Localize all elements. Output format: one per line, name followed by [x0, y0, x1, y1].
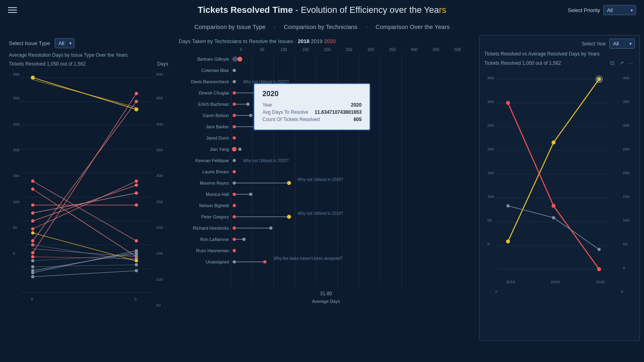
svg-text:200: 200: [156, 225, 163, 230]
svg-text:Laurie Bream: Laurie Bream: [202, 169, 229, 174]
svg-line-41: [33, 245, 136, 261]
svg-point-64: [135, 92, 138, 95]
issue-type-select-wrapper[interactable]: All: [55, 38, 74, 48]
svg-text:Keenan Feldspar: Keenan Feldspar: [195, 158, 229, 163]
svg-point-157: [263, 260, 266, 263]
mid-chart-header: Days Taken by Technicians to Resolve the…: [179, 38, 473, 44]
svg-line-45: [33, 80, 136, 107]
svg-point-108: [246, 103, 250, 106]
nav-sep-1: -: [274, 23, 276, 30]
right-stats-text: Tickets Resolved 1,050 out of 1,562: [484, 60, 561, 66]
svg-point-74: [135, 249, 138, 253]
filter-button[interactable]: ⊡: [609, 59, 616, 67]
svg-line-29: [33, 101, 136, 241]
svg-text:350: 350: [623, 99, 630, 104]
page-title: Tickets Resolved Time - Evolution of Eff…: [198, 5, 446, 15]
svg-text:Erlich Bachman: Erlich Bachman: [198, 102, 229, 107]
svg-text:100: 100: [487, 194, 494, 199]
more-button[interactable]: ···: [627, 59, 635, 67]
svg-point-51: [31, 219, 34, 222]
svg-text:0: 0: [623, 265, 625, 270]
year-select-wrapper[interactable]: All 2018 2019 2020: [609, 39, 635, 49]
svg-line-39: [33, 251, 136, 273]
svg-point-50: [31, 179, 34, 183]
priority-select-wrapper[interactable]: All High Medium Low: [603, 5, 636, 15]
svg-point-112: [249, 114, 252, 117]
svg-text:50: 50: [623, 242, 627, 246]
priority-select[interactable]: All High Medium Low: [603, 5, 636, 15]
svg-point-191: [506, 204, 510, 208]
title-text1: Tickets Resolved Time: [198, 5, 293, 15]
svg-point-147: [269, 226, 272, 230]
svg-text:300: 300: [13, 96, 20, 100]
svg-point-106: [233, 103, 236, 106]
svg-text:Ron Laflamme: Ron Laflamme: [200, 237, 229, 242]
svg-point-140: [233, 215, 236, 218]
tooltip-value-count: 605: [353, 117, 361, 122]
svg-point-134: [233, 193, 236, 196]
svg-text:200: 200: [487, 147, 494, 151]
svg-text:Russ Hanneman: Russ Hanneman: [196, 248, 229, 253]
main-content: Select Issue Type All Average Resolution…: [0, 35, 644, 341]
mid-header-text: Days Taken by Technicians to Resolve the…: [179, 38, 298, 44]
left-slope-chart: 350 300 250 200 150 100 50 0 500 450 400…: [9, 68, 168, 318]
svg-point-153: [233, 249, 236, 252]
svg-text:100: 100: [156, 277, 163, 282]
export-button[interactable]: ↗: [618, 59, 625, 67]
mid-year-2020: 2020: [324, 38, 336, 44]
svg-point-80: [135, 259, 138, 262]
svg-point-110: [233, 114, 236, 117]
svg-point-185: [506, 239, 510, 243]
svg-text:0: 0: [487, 242, 490, 246]
svg-text:2018: 2018: [506, 280, 515, 284]
svg-point-186: [551, 140, 555, 144]
tooltip-row-1: Year 2020: [262, 102, 361, 108]
svg-text:250: 250: [13, 122, 20, 126]
tooltip-label-year: Year: [262, 102, 272, 108]
issue-type-select[interactable]: All: [55, 38, 74, 48]
svg-text:400: 400: [623, 76, 630, 80]
svg-point-56: [31, 204, 34, 207]
svg-point-77: [135, 263, 138, 266]
right-slope-chart: 350 300 250 200 150 100 50 0 400 350 300…: [484, 69, 635, 331]
svg-text:Why the tasks haven't been ass: Why the tasks haven't been assigned?: [274, 256, 343, 261]
left-chart-subtitle: Average Resolution Days by Issue Type Ov…: [9, 52, 168, 58]
svg-point-55: [31, 212, 34, 215]
svg-point-190: [597, 267, 601, 271]
svg-point-70: [135, 239, 138, 243]
year-select[interactable]: All 2018 2019 2020: [609, 39, 635, 49]
nav-item-issue-type[interactable]: Comparison by Issue Type: [194, 23, 266, 30]
mid-axis: 0 50 100 150 200 250 300 350 400 450 500: [179, 47, 473, 52]
tooltip-row-3: Count Of Tickets Resolved 605: [262, 117, 361, 122]
tooltip-label-count: Count Of Tickets Resolved: [262, 117, 320, 122]
svg-text:Monica Hall: Monica Hall: [206, 192, 229, 197]
svg-point-192: [552, 216, 555, 219]
mid-year-2018: 2018: [298, 38, 310, 44]
left-stats-days: Days: [157, 61, 168, 67]
left-panel: Select Issue Type All Average Resolution…: [4, 35, 173, 341]
svg-point-122: [238, 148, 242, 151]
svg-text:400: 400: [156, 122, 163, 126]
svg-text:Peter Gregory: Peter Gregory: [201, 214, 229, 219]
tooltip-row-2: Avg Days To Resolve 11.634710743801653: [262, 109, 361, 115]
svg-text:100: 100: [13, 200, 20, 204]
svg-text:0: 0: [495, 289, 498, 294]
svg-point-47: [31, 251, 34, 255]
hamburger-menu[interactable]: [8, 7, 17, 13]
svg-text:200: 200: [623, 171, 630, 175]
year-select-label: Select Year: [582, 41, 606, 47]
svg-text:350: 350: [487, 76, 494, 80]
svg-point-48: [31, 239, 34, 243]
svg-point-72: [134, 107, 138, 111]
svg-text:350: 350: [156, 148, 163, 152]
svg-text:Coleman Blair: Coleman Blair: [201, 68, 229, 73]
svg-text:150: 150: [156, 251, 163, 255]
issue-type-control: Select Issue Type All: [9, 38, 168, 48]
priority-selector: Select Priority All High Medium Low: [568, 5, 636, 15]
left-stats-tickets: Tickets Resolved 1,050 out of 1,562: [9, 61, 86, 67]
nav-item-years[interactable]: Comparison Over the Years: [376, 23, 450, 30]
svg-point-67: [135, 183, 138, 187]
priority-label: Select Priority: [568, 7, 600, 13]
svg-text:50: 50: [156, 303, 161, 307]
nav-item-technicians[interactable]: Comparison by Technicians: [284, 23, 357, 30]
